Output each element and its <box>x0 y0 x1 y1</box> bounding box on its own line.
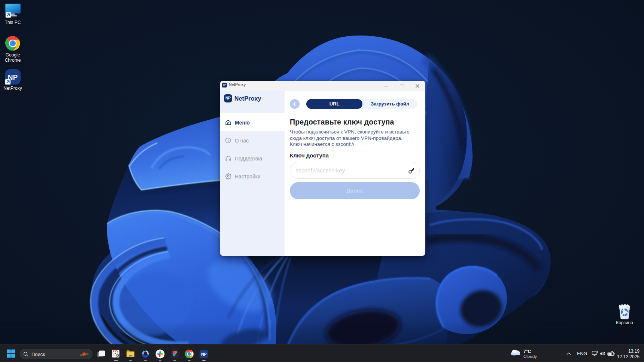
svg-text:NP: NP <box>201 352 207 356</box>
